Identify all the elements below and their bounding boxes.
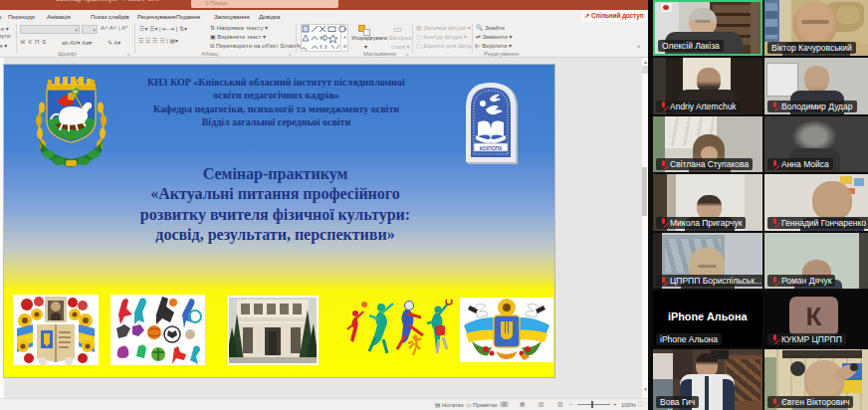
svg-text:КОІПОПК: КОІПОПК bbox=[480, 145, 503, 151]
